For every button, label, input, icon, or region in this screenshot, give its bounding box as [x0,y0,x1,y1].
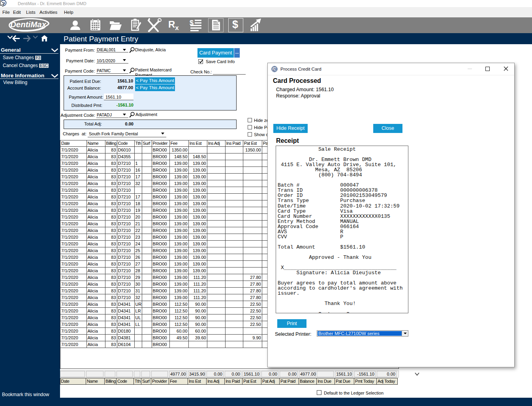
svg-text:D: D [273,67,276,71]
svg-text:DentiMax: DentiMax [10,20,47,29]
